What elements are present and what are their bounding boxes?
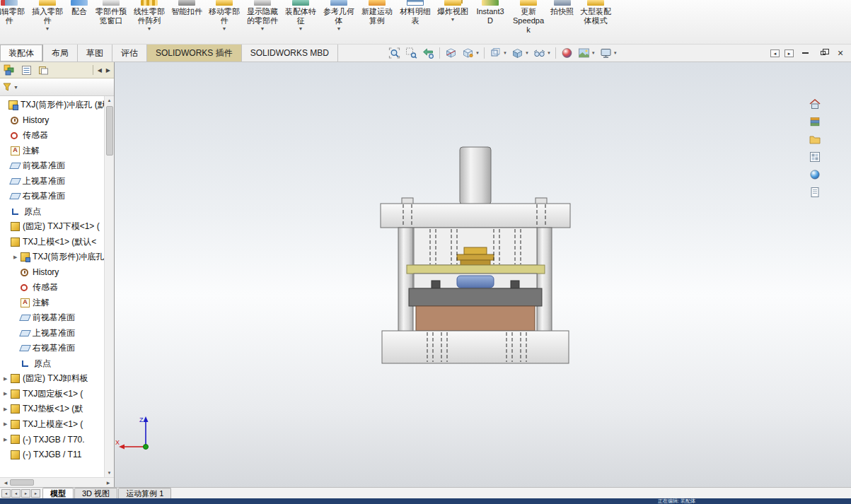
custom-properties-button[interactable] xyxy=(809,186,821,199)
view-palette-button[interactable] xyxy=(809,151,821,163)
tree-top-plane-2[interactable]: 上视基准面 xyxy=(0,326,104,341)
scroll-thumb[interactable] xyxy=(10,479,34,486)
ribbon-insert-components[interactable]: 插入零部件 ▼ xyxy=(28,0,66,44)
panel-scroll-right-icon[interactable]: ▶ xyxy=(106,67,110,74)
close-button[interactable]: × xyxy=(834,47,847,59)
ribbon-linear-component-pattern[interactable]: 线性零部件阵列 ▼ xyxy=(130,0,168,44)
ribbon-bill-of-materials[interactable]: 材料明细表 xyxy=(396,0,434,44)
pane-left-button[interactable]: ◂ xyxy=(770,49,780,57)
expand-arrow-icon[interactable]: ▶ xyxy=(4,376,11,382)
dropdown-caret-icon[interactable]: ▼ xyxy=(451,17,456,23)
panel-scroll-left-icon[interactable]: ◀ xyxy=(98,67,102,74)
tree-annotations-2[interactable]: 注解 xyxy=(0,295,104,311)
dropdown-caret-icon[interactable]: ▼ xyxy=(147,26,152,32)
ribbon-edit-component[interactable]: 编辑零部件 xyxy=(0,0,28,44)
tab-solidworks-addins[interactable]: SOLIDWORKS 插件 xyxy=(147,45,242,61)
filter-caret-icon[interactable]: ▼ xyxy=(13,85,18,90)
hide-show-items-button[interactable]: ▼ xyxy=(531,45,552,61)
model-part-base-plate[interactable] xyxy=(382,331,569,363)
tree-front-plane-2[interactable]: 前视基准面 xyxy=(0,310,104,326)
dropdown-caret-icon[interactable]: ▼ xyxy=(613,51,618,55)
ribbon-smart-fasteners[interactable]: 智能扣件 xyxy=(168,0,205,44)
tree-root-assembly[interactable]: TXJ(筒形件)冲底孔 (默认< xyxy=(0,98,104,113)
dropdown-caret-icon[interactable]: ▼ xyxy=(475,51,480,55)
tree-sub-assembly-doc[interactable]: ▶ TXJ(筒形件)冲底孔 xyxy=(0,250,104,265)
property-manager-tab[interactable] xyxy=(21,65,32,76)
bottom-tab-model[interactable]: 模型 xyxy=(42,488,74,498)
ribbon-mate[interactable]: 配合 xyxy=(66,0,92,44)
annotation-views-button[interactable]: ▼ xyxy=(460,45,481,61)
tree-origin-2[interactable]: 原点 xyxy=(0,356,104,372)
tree-right-plane[interactable]: 右视基准面 xyxy=(0,189,104,204)
tree-sensors[interactable]: 传感器 xyxy=(0,128,104,143)
feature-manager-tab[interactable] xyxy=(4,64,15,76)
tree-txjgb-t11[interactable]: (-) TXJGB / T11 xyxy=(0,447,104,463)
ribbon-large-assembly-mode[interactable]: 大型装配体模式 xyxy=(577,0,615,44)
section-view-button[interactable] xyxy=(443,45,459,61)
model-part-die-plate[interactable] xyxy=(409,288,542,306)
expand-arrow-icon[interactable]: ▶ xyxy=(4,406,11,412)
design-library-button[interactable] xyxy=(809,115,821,128)
tab-solidworks-mbd[interactable]: SOLIDWORKS MBD xyxy=(242,45,338,61)
ribbon-move-component[interactable]: 移动零部件 ▼ xyxy=(205,0,243,44)
model-part-fixing-plate[interactable] xyxy=(414,274,537,288)
tree-front-plane[interactable]: 前视基准面 xyxy=(0,158,104,174)
ribbon-take-snapshot[interactable]: 拍快照 xyxy=(548,0,577,44)
dropdown-caret-icon[interactable]: ▼ xyxy=(45,26,50,32)
tab-scroll-first-button[interactable]: ◂ xyxy=(1,489,11,498)
bottom-tab-motion-study-1[interactable]: 运动算例 1 xyxy=(118,488,171,498)
tab-scroll-last-button[interactable]: ▸ xyxy=(31,489,40,498)
tree-right-plane-2[interactable]: 右视基准面 xyxy=(0,341,104,356)
ribbon-instant3d[interactable]: Instant3D xyxy=(471,0,509,44)
pane-right-button[interactable]: ▸ xyxy=(785,49,794,57)
dropdown-caret-icon[interactable]: ▼ xyxy=(591,51,596,55)
tab-sketch[interactable]: 草图 xyxy=(78,45,112,61)
edit-appearance-button[interactable] xyxy=(559,45,575,61)
display-style-button[interactable]: ▼ xyxy=(509,45,531,61)
file-explorer-button[interactable] xyxy=(809,133,821,146)
tree-sensors-2[interactable]: 传感器 xyxy=(0,280,104,295)
ribbon-assembly-features[interactable]: 装配体特征 ▼ xyxy=(282,0,320,44)
appearances-scenes-button[interactable] xyxy=(809,168,821,181)
tree-txj-upper-die[interactable]: TXJ上模<1> (默认< xyxy=(0,235,104,250)
expand-arrow-icon[interactable]: ▶ xyxy=(4,437,11,443)
tree-horizontal-scrollbar[interactable]: ◀ ▶ xyxy=(0,477,114,487)
graphics-viewport[interactable]: Z X xyxy=(115,62,851,487)
dropdown-caret-icon[interactable]: ▼ xyxy=(525,51,529,55)
filter-funnel-icon[interactable] xyxy=(3,83,12,92)
model-view[interactable] xyxy=(115,62,851,487)
tab-layout[interactable]: 布局 xyxy=(43,45,78,61)
scroll-right-icon[interactable]: ▶ xyxy=(104,480,112,485)
dropdown-caret-icon[interactable]: ▼ xyxy=(222,26,227,32)
tree-vertical-scrollbar[interactable]: ▲ ▼ xyxy=(104,96,114,477)
expand-arrow-icon[interactable]: ▶ xyxy=(4,421,11,427)
tree-top-plane[interactable]: 上视基准面 xyxy=(0,174,104,189)
model-part-lower-block[interactable] xyxy=(416,306,535,331)
scroll-left-icon[interactable]: ◀ xyxy=(1,480,10,485)
ribbon-reference-geometry[interactable]: 参考几何体 ▼ xyxy=(320,0,358,44)
scroll-down-icon[interactable]: ▼ xyxy=(108,469,112,477)
dropdown-caret-icon[interactable]: ▼ xyxy=(260,26,265,32)
configuration-manager-tab[interactable] xyxy=(38,65,49,76)
expand-arrow-icon[interactable]: ▶ xyxy=(13,254,21,260)
scroll-thumb[interactable] xyxy=(106,106,113,156)
tree-history-2[interactable]: History xyxy=(0,265,104,281)
tree-txj-fixing-plate[interactable]: ▶ TXJ固定板<1> ( xyxy=(0,387,104,402)
model-part-stripper-plate[interactable] xyxy=(407,265,545,274)
tab-scroll-next-button[interactable]: ▸ xyxy=(21,489,30,498)
ribbon-component-preview-window[interactable]: 零部件预览窗口 xyxy=(92,0,130,44)
tree-origin[interactable]: 原点 xyxy=(0,204,104,220)
ribbon-update-speedpak[interactable]: 更新Speedpak xyxy=(509,0,548,44)
expand-arrow-icon[interactable]: ▶ xyxy=(4,391,11,397)
tab-evaluate[interactable]: 评估 xyxy=(112,45,147,61)
dropdown-caret-icon[interactable]: ▼ xyxy=(337,26,342,32)
tree-txj-lower-die[interactable]: (固定) TXJ下模<1> ( xyxy=(0,219,104,235)
dropdown-caret-icon[interactable]: ▼ xyxy=(299,26,303,32)
tab-scroll-prev-button[interactable]: ◂ xyxy=(11,489,21,498)
tree-txj-backing-plate[interactable]: ▶ TXJ垫板<1> (默 xyxy=(0,402,104,417)
previous-view-button[interactable] xyxy=(420,45,436,61)
scroll-up-icon[interactable]: ▲ xyxy=(108,96,112,105)
bottom-tab-3d-views[interactable]: 3D 视图 xyxy=(74,488,117,498)
zoom-to-area-button[interactable] xyxy=(403,45,419,61)
ribbon-exploded-view[interactable]: 爆炸视图 ▼ xyxy=(434,0,471,44)
